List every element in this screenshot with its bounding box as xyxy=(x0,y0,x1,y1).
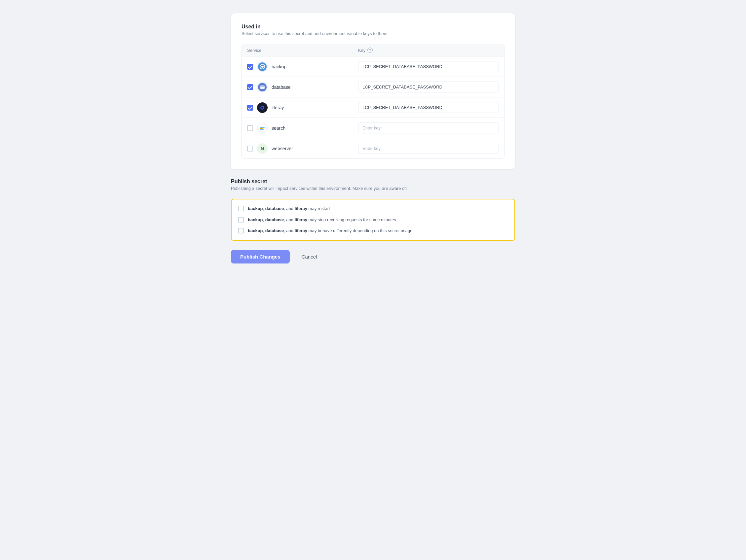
page-container: Used in Select services to use this secr… xyxy=(231,7,515,270)
svg-rect-3 xyxy=(260,86,265,89)
warning-box: backup, database, and liferay may restar… xyxy=(231,199,515,241)
used-in-title: Used in xyxy=(241,24,505,30)
service-cell-liferay: liferay xyxy=(247,102,353,113)
backup-icon xyxy=(257,61,267,72)
checkbox-webserver[interactable] xyxy=(247,146,253,152)
warning-checkbox-3[interactable] xyxy=(238,228,244,233)
webserver-icon: N xyxy=(257,143,267,154)
table-row: backup xyxy=(242,56,504,77)
service-cell-search: search xyxy=(247,123,353,134)
svg-point-5 xyxy=(261,86,261,87)
table-header: Service Key ? xyxy=(242,44,504,56)
warning-item-2: backup, database, and liferay may stop r… xyxy=(238,216,508,223)
col-key-label: Key ? xyxy=(358,48,499,53)
warning-text-2: backup, database, and liferay may stop r… xyxy=(248,216,396,223)
cancel-button[interactable]: Cancel xyxy=(295,250,324,264)
publish-changes-button[interactable]: Publish Changes xyxy=(231,250,290,264)
key-cell-backup xyxy=(358,61,499,72)
key-input-database[interactable] xyxy=(358,82,499,92)
col-service-label: Service xyxy=(247,48,353,53)
key-input-search[interactable] xyxy=(358,122,499,134)
buttons-row: Publish Changes Cancel xyxy=(231,250,515,264)
table-row: search xyxy=(242,118,504,138)
key-input-backup[interactable] xyxy=(358,61,499,72)
key-help-icon[interactable]: ? xyxy=(367,48,373,53)
used-in-description: Select services to use this secret and a… xyxy=(241,31,505,36)
svg-rect-13 xyxy=(260,129,264,130)
table-row: database xyxy=(242,77,504,97)
used-in-card: Used in Select services to use this secr… xyxy=(231,13,515,169)
service-name-backup: backup xyxy=(271,64,286,69)
svg-point-6 xyxy=(262,86,262,87)
table-row: liferay xyxy=(242,97,504,118)
checkbox-search[interactable] xyxy=(247,125,253,131)
warning-text-3: backup, database, and liferay may behave… xyxy=(248,228,412,234)
table-row: N webserver xyxy=(242,138,504,158)
database-icon xyxy=(257,82,267,92)
svg-point-9 xyxy=(261,107,263,109)
service-cell-backup: backup xyxy=(247,61,353,72)
key-cell-webserver xyxy=(358,143,499,154)
warning-checkbox-2[interactable] xyxy=(238,217,244,223)
service-name-search: search xyxy=(271,125,285,131)
warning-item-1: backup, database, and liferay may restar… xyxy=(238,205,508,212)
search-service-icon xyxy=(257,123,267,134)
service-name-liferay: liferay xyxy=(271,105,284,110)
publish-section: Publish secret Publishing a secret will … xyxy=(231,179,515,264)
services-table: Service Key ? xyxy=(241,44,505,159)
svg-rect-11 xyxy=(260,127,265,128)
liferay-icon xyxy=(257,102,267,113)
svg-rect-12 xyxy=(260,128,263,129)
service-name-database: database xyxy=(271,85,291,90)
key-input-liferay[interactable] xyxy=(358,102,499,113)
checkbox-liferay[interactable] xyxy=(247,105,253,111)
warning-item-3: backup, database, and liferay may behave… xyxy=(238,228,508,234)
svg-text:N: N xyxy=(261,146,264,151)
key-cell-liferay xyxy=(358,102,499,113)
svg-point-1 xyxy=(261,66,263,68)
key-cell-search xyxy=(358,122,499,134)
service-cell-webserver: N webserver xyxy=(247,143,353,154)
key-input-webserver[interactable] xyxy=(358,143,499,154)
service-cell-database: database xyxy=(247,82,353,92)
key-cell-database xyxy=(358,82,499,92)
publish-secret-description: Publishing a secret will impact services… xyxy=(231,186,515,191)
service-name-webserver: webserver xyxy=(271,146,293,151)
checkbox-backup[interactable] xyxy=(247,64,253,70)
warning-text-1: backup, database, and liferay may restar… xyxy=(248,205,330,212)
publish-secret-title: Publish secret xyxy=(231,179,515,184)
warning-checkbox-1[interactable] xyxy=(238,206,244,211)
checkbox-database[interactable] xyxy=(247,84,253,90)
